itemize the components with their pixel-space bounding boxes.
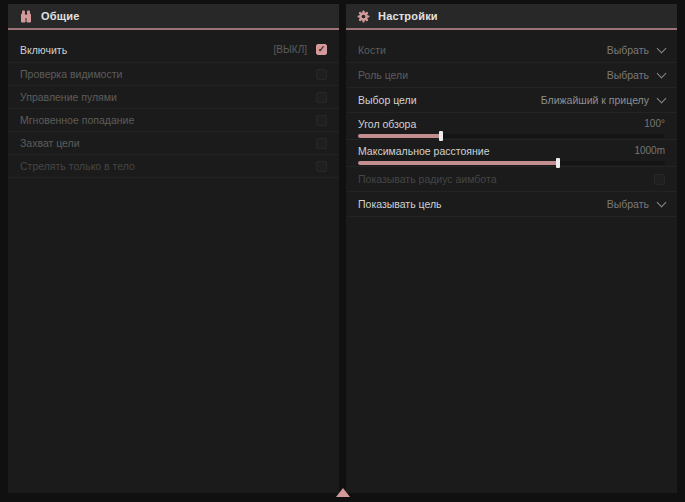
dropdown-value: Выбрать: [607, 44, 649, 56]
row-enable[interactable]: Включить [ВЫКЛ] ✓: [8, 37, 339, 63]
show-aimbot-radius-checkbox[interactable]: ✓: [654, 174, 665, 185]
row-bones[interactable]: Кости Выбрать: [346, 38, 677, 63]
settings-panel-title: Настройки: [378, 10, 438, 22]
general-panel-body: Включить [ВЫКЛ] ✓ Проверка видимости ✓ У…: [8, 30, 339, 178]
dropdown-value: Ближайший к прицелу: [541, 94, 649, 106]
chevron-down-icon: [657, 68, 667, 78]
row-target-select[interactable]: Выбор цели Ближайший к прицелу: [346, 88, 677, 113]
body-only-checkbox[interactable]: ✓: [316, 161, 327, 172]
row-label: Выбор цели: [358, 94, 417, 106]
fov-slider-handle[interactable]: [439, 131, 443, 141]
settings-panel-header: Настройки: [346, 4, 677, 28]
row-label: Захват цели: [20, 137, 80, 149]
gear-icon: [357, 10, 370, 23]
row-label: Роль цели: [358, 69, 408, 81]
row-fov: Угол обзора 100°: [346, 113, 677, 140]
row-label: Включить: [20, 44, 67, 56]
general-panel-title: Общие: [41, 10, 80, 22]
row-label: Кости: [358, 44, 386, 56]
binoculars-icon: [19, 10, 33, 23]
row-target-role[interactable]: Роль цели Выбрать: [346, 63, 677, 88]
row-label: Показывать радиус аимбота: [358, 173, 497, 185]
enable-checkbox[interactable]: ✓: [316, 44, 327, 55]
row-visibility-check[interactable]: Проверка видимости ✓: [8, 63, 339, 86]
max-distance-slider-handle[interactable]: [556, 158, 560, 168]
fov-slider-fill: [358, 134, 441, 138]
target-lock-checkbox[interactable]: ✓: [316, 138, 327, 149]
row-label: Максимальное расстояние: [358, 145, 489, 157]
row-state-value: [ВЫКЛ]: [274, 44, 307, 55]
fov-value: 100°: [644, 118, 665, 129]
chevron-down-icon: [657, 93, 667, 103]
row-show-target[interactable]: Показывать цель Выбрать: [346, 192, 677, 217]
row-show-aimbot-radius[interactable]: Показывать радиус аимбота ✓: [346, 167, 677, 192]
settings-panel: Настройки Кости Выбрать Роль цели Выбрат…: [346, 4, 677, 493]
show-target-dropdown[interactable]: Выбрать: [607, 198, 665, 210]
target-select-dropdown[interactable]: Ближайший к прицелу: [541, 94, 665, 106]
row-max-distance: Максимальное расстояние 1000m: [346, 140, 677, 167]
instant-hit-checkbox[interactable]: ✓: [316, 115, 327, 126]
visibility-checkbox[interactable]: ✓: [316, 69, 327, 80]
target-role-dropdown[interactable]: Выбрать: [607, 69, 665, 81]
row-target-lock[interactable]: Захват цели ✓: [8, 132, 339, 155]
max-distance-value: 1000m: [634, 145, 665, 156]
row-instant-hit[interactable]: Мгновенное попадание ✓: [8, 109, 339, 132]
bullet-control-checkbox[interactable]: ✓: [316, 92, 327, 103]
max-distance-slider-fill: [358, 161, 558, 165]
chevron-down-icon: [657, 43, 667, 53]
fov-slider[interactable]: [358, 134, 665, 138]
row-label: Стрелять только в тело: [20, 160, 135, 172]
row-body-only[interactable]: Стрелять только в тело ✓: [8, 155, 339, 178]
up-arrow-icon[interactable]: [336, 488, 350, 497]
settings-panel-body: Кости Выбрать Роль цели Выбрать Выбор це…: [346, 30, 677, 217]
row-label: Управление пулями: [20, 91, 117, 103]
row-label: Показывать цель: [358, 198, 442, 210]
row-label: Проверка видимости: [20, 68, 122, 80]
max-distance-slider[interactable]: [358, 161, 665, 165]
bones-dropdown[interactable]: Выбрать: [607, 44, 665, 56]
dropdown-value: Выбрать: [607, 198, 649, 210]
row-label: Мгновенное попадание: [20, 114, 134, 126]
general-panel: Общие Включить [ВЫКЛ] ✓ Проверка видимос…: [8, 4, 339, 493]
chevron-down-icon: [657, 197, 667, 207]
check-icon: ✓: [317, 45, 326, 54]
row-bullet-control[interactable]: Управление пулями ✓: [8, 86, 339, 109]
row-label: Угол обзора: [358, 118, 416, 130]
general-panel-header: Общие: [8, 4, 339, 28]
dropdown-value: Выбрать: [607, 69, 649, 81]
